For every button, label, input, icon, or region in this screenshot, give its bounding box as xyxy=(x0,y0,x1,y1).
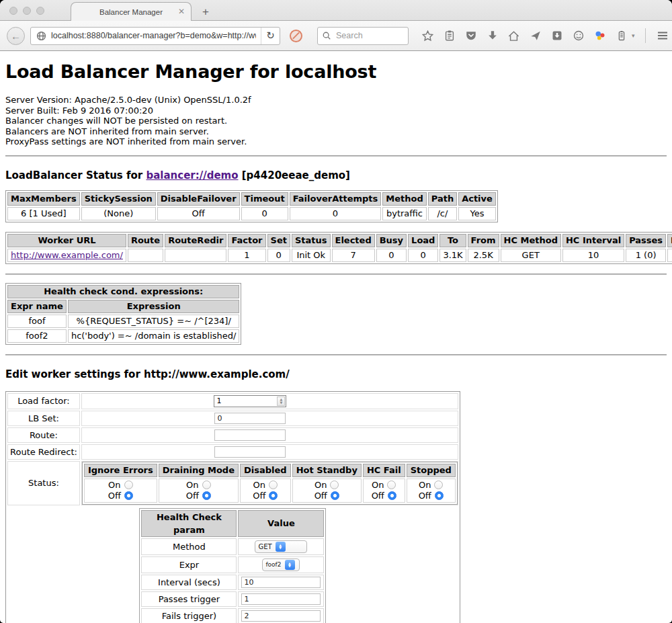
disabled-off-radio[interactable] xyxy=(269,491,278,500)
health-check-params-table: Health Check param Value Method GET ▲▼ xyxy=(139,508,326,623)
hc-fails-label: Fails trigger) xyxy=(141,608,237,623)
route-input[interactable] xyxy=(214,429,286,441)
inherit-notice-line: Balancers are NOT inherited from main se… xyxy=(5,126,667,137)
colored-dots-extension-icon[interactable] xyxy=(593,29,607,43)
col-hc-fail: HC Fail xyxy=(363,464,405,477)
stopped-on-radio[interactable] xyxy=(434,481,443,489)
battery-extension-icon[interactable] xyxy=(614,29,628,43)
select-stepper-icon: ▲▼ xyxy=(276,542,286,552)
worker-row: http://www.example.com/ 1 0 Init Ok 7 0 … xyxy=(7,249,672,262)
hc-fail-off-radio[interactable] xyxy=(388,491,396,500)
heading-suffix: [p4420eeae_demo] xyxy=(239,169,350,181)
emoji-extension-icon[interactable] xyxy=(571,29,585,43)
col-failoverattempts: FailoverAttempts xyxy=(290,192,382,206)
persist-notice-line: Balancer changes will NOT be persisted o… xyxy=(5,116,667,126)
col-expression: Expression xyxy=(68,300,240,313)
bookmark-star-icon[interactable] xyxy=(421,29,435,43)
lb-set-row: LB Set: xyxy=(7,411,458,426)
draining-mode-on-radio[interactable] xyxy=(202,481,211,489)
hc-expressions-title: Health check cond. expressions: xyxy=(7,285,239,298)
hc-interval-input[interactable] xyxy=(241,577,321,588)
new-tab-button[interactable]: + xyxy=(202,6,209,17)
hc-method-select[interactable]: GET ▲▼ xyxy=(255,540,307,553)
route-redirect-row: Route Redirect: xyxy=(7,444,458,460)
tab-bar: Balancer Manager ✕ + xyxy=(0,0,672,20)
worker-url-link[interactable]: http://www.example.com/ xyxy=(11,250,123,260)
lb-set-input[interactable] xyxy=(214,413,286,424)
edit-worker-heading: Edit worker settings for http://www.exam… xyxy=(5,368,667,380)
url-bar[interactable]: localhost:8880/balancer-manager?b=demo&w… xyxy=(30,27,280,45)
hot-standby-off-radio[interactable] xyxy=(331,491,339,500)
back-arrow-icon: ← xyxy=(11,30,21,42)
search-bar[interactable] xyxy=(317,27,409,45)
balancer-status-table: MaxMembers StickySession DisableFailover… xyxy=(5,190,498,222)
col-worker-url: Worker URL xyxy=(7,234,126,247)
reload-icon[interactable]: ↻ xyxy=(261,28,280,44)
route-redirect-label: Route Redirect: xyxy=(7,444,80,460)
loadbalancer-status-heading: LoadBalancer Status for balancer://demo … xyxy=(5,169,667,181)
divider xyxy=(5,274,667,275)
chevron-down-icon[interactable]: ▾ xyxy=(632,32,635,39)
hc-fail-on-radio[interactable] xyxy=(387,481,396,489)
adblock-disabled-icon[interactable] xyxy=(290,30,302,42)
col-path: Path xyxy=(428,192,457,206)
load-factor-row: Load factor: ▲▼ xyxy=(7,393,458,409)
downloads-icon[interactable] xyxy=(485,29,499,43)
ignore-errors-on-radio[interactable] xyxy=(124,481,133,489)
hc-passes-input[interactable] xyxy=(241,593,321,605)
col-stopped: Stopped xyxy=(407,464,456,477)
draining-mode-off-radio[interactable] xyxy=(202,491,211,500)
status-label: Status: xyxy=(7,461,80,505)
close-window-button[interactable] xyxy=(9,7,17,15)
ignore-errors-off-radio[interactable] xyxy=(124,491,133,500)
status-row: Status: Ignore Errors Draining Mode Disa… xyxy=(7,461,458,505)
heading-prefix: LoadBalancer Status for xyxy=(5,169,146,181)
page-title: Load Balancer Manager for localhost xyxy=(5,61,667,82)
hc-fails-input[interactable] xyxy=(241,610,321,622)
col-disabled: Disabled xyxy=(240,464,291,477)
col-stickysession: StickySession xyxy=(81,192,156,206)
load-factor-input[interactable]: ▲▼ xyxy=(214,395,286,407)
route-redirect-input[interactable] xyxy=(214,446,286,458)
url-text[interactable]: localhost:8880/balancer-manager?b=demo&w… xyxy=(51,31,256,40)
route-label: Route: xyxy=(7,427,80,443)
hc-expr-row: foof %{REQUEST_STATUS} =~ /^[234]/ xyxy=(7,315,239,328)
server-built-line: Server Built: Feb 9 2016 07:00:20 xyxy=(5,106,667,116)
status-options-table: Ignore Errors Draining Mode Disabled Hot… xyxy=(82,462,458,505)
pocket-icon[interactable] xyxy=(464,29,478,43)
server-version-line: Server Version: Apache/2.5.0-dev (Unix) … xyxy=(5,95,667,106)
balancer-status-row: 6 [1 Used] (None) Off 0 0 bytraffic /c/ … xyxy=(7,207,496,220)
send-plane-icon[interactable] xyxy=(528,29,542,43)
load-factor-field[interactable] xyxy=(214,396,276,407)
clipboard-icon[interactable] xyxy=(442,29,456,43)
col-maxmembers: MaxMembers xyxy=(7,192,80,206)
tab-close-icon[interactable]: ✕ xyxy=(178,7,185,15)
balancer-demo-link[interactable]: balancer://demo xyxy=(146,169,238,181)
search-input[interactable] xyxy=(335,30,395,41)
hot-standby-on-radio[interactable] xyxy=(330,481,339,489)
number-spinner-icon[interactable]: ▲▼ xyxy=(277,397,285,406)
divider xyxy=(5,354,667,356)
hc-expr-label: Expr xyxy=(141,556,237,573)
tab-balancer-manager[interactable]: Balancer Manager ✕ xyxy=(71,2,192,21)
menu-icon[interactable] xyxy=(656,29,670,43)
col-hc-value: Value xyxy=(238,510,324,537)
zoom-window-button[interactable] xyxy=(36,7,44,15)
back-button[interactable]: ← xyxy=(7,27,25,45)
disabled-on-radio[interactable] xyxy=(269,481,278,489)
hc-expr-row: foof2 hc('body') =~ /domain is establish… xyxy=(7,329,239,343)
stopped-off-radio[interactable] xyxy=(435,491,444,500)
minimize-window-button[interactable] xyxy=(23,7,31,15)
col-timeout: Timeout xyxy=(241,192,288,206)
extension-download-icon[interactable] xyxy=(550,29,564,43)
col-method: Method xyxy=(382,192,426,206)
edit-worker-form: Load factor: ▲▼ LB Set: Route: Route Red… xyxy=(5,391,460,623)
route-row: Route: xyxy=(7,427,458,443)
hc-passes-label: Passes trigger xyxy=(141,591,237,607)
window-controls xyxy=(9,7,44,15)
hc-method-label: Method xyxy=(141,538,237,555)
hc-expr-select[interactable]: foof2 ▲▼ xyxy=(262,558,300,571)
search-icon xyxy=(322,31,331,40)
lb-set-label: LB Set: xyxy=(7,411,80,426)
home-icon[interactable] xyxy=(507,29,521,43)
